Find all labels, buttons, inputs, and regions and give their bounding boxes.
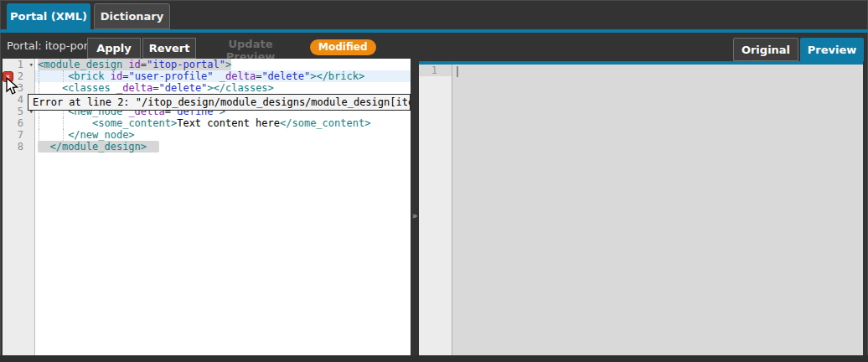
code-token: <some_content> — [92, 117, 177, 129]
preview-gutter: 1 — [419, 65, 452, 355]
code-token: = — [152, 82, 158, 94]
indent-guide — [63, 117, 64, 129]
code-line-3[interactable]: <classes _delta="delete"></classes> — [35, 82, 411, 94]
code-token: id — [128, 59, 140, 70]
gutter-line-3[interactable]: 3 — [3, 82, 34, 94]
toolbar: Portal: itop-portal Apply Revert Update … — [0, 33, 868, 59]
code-token — [104, 70, 110, 82]
code-line-7[interactable]: </new_node> — [35, 129, 411, 141]
modified-badge: Modified — [310, 39, 376, 55]
code-token: "delete" — [261, 70, 310, 82]
line-number: 7 — [18, 129, 23, 141]
splitter-collapse-icon[interactable]: » — [411, 211, 419, 220]
code-token: = — [141, 59, 147, 70]
indent-guide — [63, 70, 64, 82]
update-preview-button[interactable]: Update Preview — [204, 38, 297, 59]
preview-button[interactable]: Preview — [800, 38, 864, 61]
indent-guide — [39, 129, 39, 141]
preview-pane[interactable]: 1 — [419, 61, 863, 355]
indent-guide — [63, 129, 64, 141]
indent-guide — [39, 82, 39, 94]
preview-pane-top-border — [419, 61, 863, 65]
code-token: </new_node> — [68, 129, 134, 141]
code-token: <classes — [62, 82, 111, 94]
pane-splitter[interactable]: » — [411, 59, 419, 355]
tab-dictionary[interactable]: Dictionary — [94, 3, 170, 29]
line-number: 4 — [18, 94, 23, 106]
code-token: "itop-portal" — [147, 59, 225, 70]
code-token — [38, 117, 92, 129]
code-token: ></brick> — [310, 70, 364, 82]
code-token: <brick — [68, 70, 104, 82]
line-number: 5 — [18, 106, 23, 117]
line-number: 8 — [18, 141, 23, 153]
code-token — [38, 141, 49, 153]
code-token: Text content here — [177, 117, 280, 129]
preview-line-number: 1 — [431, 65, 437, 76]
matching-tag-highlight: </module_design> — [38, 141, 159, 153]
code-token — [38, 82, 62, 94]
line-number: 2 — [18, 70, 23, 82]
preview-text-cursor — [457, 66, 458, 77]
line-number: 1 — [18, 59, 23, 70]
code-token: _delta — [116, 82, 152, 94]
apply-button[interactable]: Apply — [87, 38, 141, 59]
indent-guide — [39, 70, 39, 82]
error-tooltip: Error at line 2: "/itop_design/module_de… — [28, 94, 411, 111]
portal-xml-editor-window: Portal (XML) Dictionary Portal: itop-por… — [0, 0, 868, 362]
error-marker-icon[interactable]: ✕ — [3, 71, 13, 82]
code-line-1[interactable]: <module_design id="itop-portal"> — [35, 59, 411, 70]
code-token — [111, 82, 116, 94]
original-button[interactable]: Original — [733, 38, 798, 61]
code-line-2[interactable]: <brick id="user-profile" _delta="delete"… — [35, 70, 411, 82]
code-token: id — [111, 70, 122, 82]
gutter-line-6[interactable]: 6 — [3, 117, 34, 129]
preview-gutter-line-1: 1 — [419, 65, 452, 76]
code-token: </module_design> — [49, 141, 147, 153]
gutter-line-1[interactable]: 1▾ — [3, 59, 34, 70]
matching-tag-highlight: <module_design id="itop-portal"> — [38, 59, 231, 70]
code-line-6[interactable]: <some_content>Text content here</some_co… — [35, 117, 411, 129]
gutter-line-7[interactable]: 7 — [3, 129, 34, 141]
bottom-frame — [0, 355, 868, 362]
gutter-line-8[interactable]: 8 — [3, 141, 34, 153]
fold-arrow-icon[interactable]: ▾ — [29, 59, 34, 70]
code-token: <module_design — [38, 59, 122, 70]
revert-button[interactable]: Revert — [142, 38, 196, 59]
indent-guide — [39, 117, 39, 129]
code-token: ></classes> — [207, 82, 273, 94]
code-token: _delta — [220, 70, 256, 82]
code-token — [214, 70, 220, 82]
code-line-8[interactable]: </module_design> — [35, 141, 411, 153]
code-token: </some_content> — [280, 117, 370, 129]
line-number: 3 — [18, 82, 23, 94]
code-token — [147, 141, 158, 153]
code-token: > — [225, 59, 231, 70]
code-token: "user-profile" — [128, 70, 213, 82]
line-number: 6 — [18, 117, 23, 129]
tab-portal-xml[interactable]: Portal (XML) — [7, 3, 90, 29]
code-token: "delete" — [159, 82, 208, 94]
